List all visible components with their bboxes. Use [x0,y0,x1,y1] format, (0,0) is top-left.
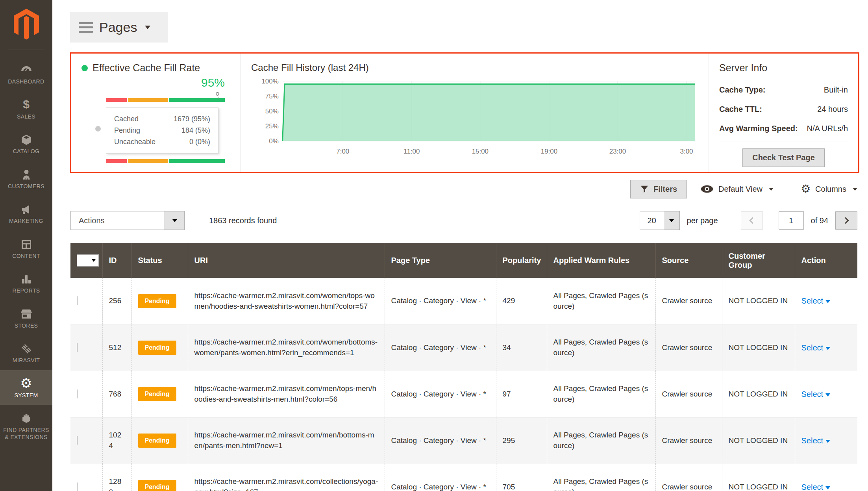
row-select-action[interactable]: Select [801,343,831,352]
cell-status: Pending [131,371,188,417]
cell-warm-rules: All Pages, Crawled Pages (source) [547,324,655,371]
grid-toolbar: Filters Default View ⚙ Columns [630,179,857,199]
per-page-select[interactable]: 20 [640,211,680,230]
cell-page-type: Catalog · Category · View · * [385,278,496,324]
sidebar-nav: DASHBOARD$SALESCATALOGCUSTOMERSMARKETING… [0,56,52,447]
sidebar-item-mirasvit[interactable]: MIRASVIT [0,335,52,370]
table-row: 256Pendinghttps://cache-warmer.m2.mirasv… [70,278,857,324]
column-header-popularity[interactable]: Popularity [496,243,547,278]
row-checkbox[interactable] [77,482,78,491]
sidebar-item-dashboard[interactable]: DASHBOARD [0,56,52,91]
filter-funnel-icon [640,185,649,193]
prev-page-button[interactable] [741,211,763,230]
row-checkbox[interactable] [77,436,78,445]
sidebar-item-system[interactable]: ⚙SYSTEM [0,370,52,405]
sidebar-item-stores[interactable]: STORES [0,300,52,335]
cell-uri: https://cache-warmer.m2.mirasvit.com/wom… [188,278,385,324]
columns-caret-icon [853,188,857,191]
cache-history-chart: 100%75%50%25%0%7:0011:0015:0019:0023:003… [251,75,698,165]
catalog-icon [2,132,51,146]
server-info-title: Server Info [719,62,848,74]
pagination: 20 per page of 94 [640,211,857,230]
current-page-input[interactable] [779,211,804,230]
system-icon: ⚙ [2,376,51,390]
fill-rate-value: 95% [106,76,225,89]
sidebar-item-extensions[interactable]: FIND PARTNERS & EXTENSIONS [0,405,52,447]
row-select-action[interactable]: Select [801,483,831,491]
select-caret-icon [825,440,830,443]
actions-select[interactable]: Actions [70,211,185,230]
cell-uri: https://cache-warmer.m2.mirasvit.com/men… [188,417,385,464]
sidebar-item-customers[interactable]: CUSTOMERS [0,161,52,196]
content-icon [2,237,51,251]
fill-rate-tooltip: Cached1679 (95%)Pending184 (5%)Uncacheab… [106,107,218,154]
page-title-caret-icon[interactable] [145,26,150,29]
server-info-divider [719,141,848,141]
next-page-button[interactable] [835,211,857,230]
gray-dot-icon [95,126,101,132]
row-select-action[interactable]: Select [801,296,831,305]
row-checkbox[interactable] [77,296,78,305]
select-all-caret-icon [89,255,98,266]
server-info-value: 24 hours [817,105,848,114]
table-row: 768Pendinghttps://cache-warmer.m2.mirasv… [70,371,857,417]
sidebar-item-reports[interactable]: REPORTS [0,265,52,300]
status-badge: Pending [138,294,176,308]
menu-icon[interactable] [79,22,93,33]
reports-icon [2,271,51,285]
status-badge: Pending [138,387,176,401]
row-select-cell [70,464,102,491]
sidebar-item-label: STORES [2,322,51,330]
bar-segment [169,98,225,102]
fill-rate-bar [106,98,225,102]
row-select-cell [70,278,102,324]
column-header-status[interactable]: Status [131,243,188,278]
fill-rate-marker-icon [216,92,219,96]
column-header-uri[interactable]: URI [188,243,385,278]
column-header-action[interactable]: Action [795,243,857,278]
sidebar-item-label: SALES [2,113,51,120]
sidebar-item-catalog[interactable]: CATALOG [0,126,52,161]
sidebar-item-content[interactable]: CONTENT [0,231,52,266]
svg-text:19:00: 19:00 [541,148,557,155]
tooltip-label: Pending [114,126,140,135]
bar-segment [106,98,127,102]
row-checkbox[interactable] [77,389,78,398]
column-header-id[interactable]: ID [102,243,131,278]
cell-source: Crawler source [655,324,722,371]
default-view-dropdown[interactable]: Default View [700,185,774,194]
mirasvit-icon [2,341,51,355]
cell-warm-rules: All Pages, Crawled Pages (source) [547,464,655,491]
select-all-checkbox[interactable] [77,254,99,267]
cell-popularity: 705 [496,464,547,491]
cell-popularity: 429 [496,278,547,324]
default-view-label: Default View [718,185,763,194]
tooltip-label: Uncacheable [114,138,155,146]
grid-controls: Actions 1863 records found 20 per page o… [70,211,857,230]
sidebar-item-marketing[interactable]: MARKETING [0,196,52,231]
column-header-applied-warm-rules[interactable]: Applied Warm Rules [547,243,655,278]
tooltip-row: Cached1679 (95%) [114,113,210,125]
column-header-source[interactable]: Source [655,243,722,278]
row-select-action[interactable]: Select [801,436,831,445]
tooltip-value: 1679 (95%) [174,115,210,123]
select-caret-icon [825,347,830,350]
filters-button-label: Filters [653,185,677,194]
sidebar-item-label: CUSTOMERS [2,183,51,190]
magento-logo[interactable] [0,0,52,47]
row-select-action[interactable]: Select [801,390,831,398]
cache-summary-panel: Effective Cache Fill Rate 95% Cached1679… [70,52,859,173]
row-checkbox[interactable] [77,343,78,352]
fill-rate-title: Effective Cache Fill Rate [93,62,200,74]
filters-button[interactable]: Filters [630,180,687,198]
sidebar-item-sales[interactable]: $SALES [0,91,52,126]
cell-warm-rules: All Pages, Crawled Pages (source) [547,278,655,324]
extensions-icon [2,411,51,425]
columns-label: Columns [815,185,846,194]
table-row: 512Pendinghttps://cache-warmer.m2.mirasv… [70,324,857,371]
columns-dropdown[interactable]: ⚙ Columns [801,183,857,195]
column-header-customer-group[interactable]: Customer Group [722,243,795,278]
column-header-page-type[interactable]: Page Type [385,243,496,278]
check-test-page-button[interactable]: Check Test Page [742,148,825,167]
status-badge: Pending [138,434,176,448]
